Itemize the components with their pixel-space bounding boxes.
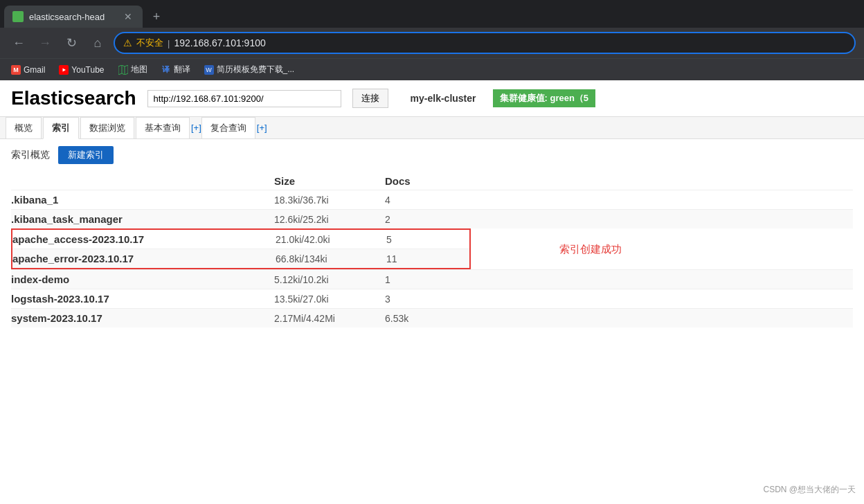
table-row: system-2023.10.17 2.17Mi/4.42Mi 6.53k	[11, 308, 853, 327]
index-name: apache_access-2023.10.17	[12, 233, 276, 245]
home-button[interactable]: ⌂	[87, 33, 108, 53]
es-header: Elasticsearch 连接 my-elk-cluster 集群健康值: g…	[0, 80, 864, 117]
index-size: 12.6ki/25.2ki	[274, 214, 385, 225]
bookmark-maps-label: 地图	[131, 64, 147, 75]
index-overview-label: 索引概览	[11, 149, 50, 161]
index-docs: 2	[385, 214, 468, 225]
tab-close-button[interactable]: ✕	[122, 10, 134, 23]
translate-icon: 译	[161, 65, 171, 75]
index-docs: 6.53k	[385, 313, 468, 324]
maps-icon	[118, 65, 128, 75]
watermark: CSDN @想当大佬的一天	[763, 484, 856, 496]
navigation-bar: ← → ↻ ⌂ ⚠ 不安全 | 192.168.67.101:9100	[0, 28, 864, 58]
index-name: logstash-2023.10.17	[11, 293, 274, 305]
index-size: 2.17Mi/4.42Mi	[274, 313, 385, 324]
nav-tabs: 概览 索引 数据浏览 基本查询 [+] 复合查询 [+]	[0, 117, 864, 139]
bookmark-gmail[interactable]: M Gmail	[6, 64, 51, 76]
es-connect-button[interactable]: 连接	[352, 89, 388, 108]
new-index-button[interactable]: 新建索引	[58, 146, 114, 164]
table-row: index-demo 5.12ki/10.2ki 1	[11, 269, 853, 289]
index-docs: 1	[385, 274, 468, 285]
col-size-header: Size	[274, 175, 385, 187]
address-text: 192.168.67.101:9100	[174, 37, 265, 48]
word-icon: W	[204, 65, 214, 75]
security-warning-text: 不安全	[136, 37, 163, 49]
tab-favicon-icon	[12, 11, 24, 22]
index-rows-wrap: .kibana_1 18.3ki/36.7ki 4 .kibana_task_m…	[11, 190, 853, 327]
index-name: system-2023.10.17	[11, 312, 274, 324]
address-separator: |	[168, 38, 170, 48]
reload-button[interactable]: ↻	[61, 33, 82, 53]
bookmark-gmail-label: Gmail	[24, 65, 45, 75]
bookmark-translate[interactable]: 译 翻译	[156, 62, 196, 77]
table-row: apache_error-2023.10.17 66.8ki/134ki 11	[12, 249, 469, 268]
bookmark-maps[interactable]: 地图	[113, 62, 153, 77]
index-table-header: Size Docs	[11, 172, 853, 190]
index-size: 5.12ki/10.2ki	[274, 274, 385, 285]
index-section: 索引概览 新建索引 Size Docs .kibana_1 18.3ki/36.…	[0, 139, 864, 334]
index-name: apache_error-2023.10.17	[12, 253, 276, 264]
col-name-placeholder	[11, 175, 274, 187]
table-row: .kibana_task_manager 12.6ki/25.2ki 2	[11, 209, 853, 228]
index-docs: 5	[386, 234, 469, 245]
youtube-icon	[59, 65, 69, 75]
tab-index[interactable]: 索引	[43, 117, 79, 139]
table-row: apache_access-2023.10.17 21.0ki/42.0ki 5	[12, 230, 469, 249]
col-docs-header: Docs	[385, 175, 468, 187]
es-logo: Elasticsearch	[11, 87, 136, 109]
security-warning-icon: ⚠	[123, 37, 132, 48]
success-message: 索引创建成功	[559, 242, 622, 255]
bookmark-youtube-label: YouTube	[71, 65, 104, 75]
index-name: .kibana_task_manager	[11, 213, 274, 225]
tab-title: elasticsearch-head	[29, 12, 116, 22]
browser-chrome: elasticsearch-head ✕ + ← → ↻ ⌂ ⚠ 不安全 | 1…	[0, 0, 864, 80]
index-size: 18.3ki/36.7ki	[274, 195, 385, 206]
index-toolbar: 索引概览 新建索引	[11, 146, 853, 164]
tab-basic-query-plus[interactable]: [+]	[191, 123, 201, 133]
bookmark-resume[interactable]: W 简历模板免费下载_...	[199, 62, 300, 77]
index-size: 21.0ki/42.0ki	[276, 234, 386, 245]
index-size: 13.5ki/27.0ki	[274, 294, 385, 305]
index-name: index-demo	[11, 273, 274, 285]
highlighted-index-group: apache_access-2023.10.17 21.0ki/42.0ki 5…	[11, 228, 471, 269]
bookmark-youtube[interactable]: YouTube	[53, 64, 109, 76]
index-docs: 11	[386, 253, 469, 264]
tab-data-browser[interactable]: 数据浏览	[80, 117, 134, 138]
es-url-input[interactable]	[147, 90, 341, 107]
index-size: 66.8ki/134ki	[276, 253, 386, 264]
tab-complex-query-plus[interactable]: [+]	[257, 123, 267, 133]
index-docs: 3	[385, 294, 468, 305]
back-button[interactable]: ←	[8, 33, 29, 53]
svg-marker-2	[118, 65, 128, 75]
tab-bar: elasticsearch-head ✕ +	[0, 0, 864, 28]
new-tab-button[interactable]: +	[147, 7, 166, 26]
forward-button[interactable]: →	[35, 33, 55, 53]
bookmarks-bar: M Gmail YouTube 地图 译 翻译 W 简历模板	[0, 58, 864, 80]
tab-overview[interactable]: 概览	[6, 117, 42, 138]
address-bar[interactable]: ⚠ 不安全 | 192.168.67.101:9100	[114, 32, 856, 54]
gmail-icon: M	[11, 65, 21, 75]
es-health-badge: 集群健康值: green（5	[493, 89, 596, 107]
bookmark-resume-label: 简历模板免费下载_...	[217, 64, 295, 75]
index-name: .kibana_1	[11, 194, 274, 206]
table-row: .kibana_1 18.3ki/36.7ki 4	[11, 190, 853, 209]
es-cluster-name: my-elk-cluster	[411, 93, 476, 104]
index-docs: 4	[385, 195, 468, 206]
browser-tab-active[interactable]: elasticsearch-head ✕	[4, 6, 143, 28]
table-row: logstash-2023.10.17 13.5ki/27.0ki 3	[11, 289, 853, 308]
bookmark-translate-label: 翻译	[174, 64, 190, 75]
tab-complex-query[interactable]: 复合查询	[201, 117, 255, 138]
page-content: Elasticsearch 连接 my-elk-cluster 集群健康值: g…	[0, 80, 864, 504]
tab-basic-query[interactable]: 基本查询	[136, 117, 190, 138]
